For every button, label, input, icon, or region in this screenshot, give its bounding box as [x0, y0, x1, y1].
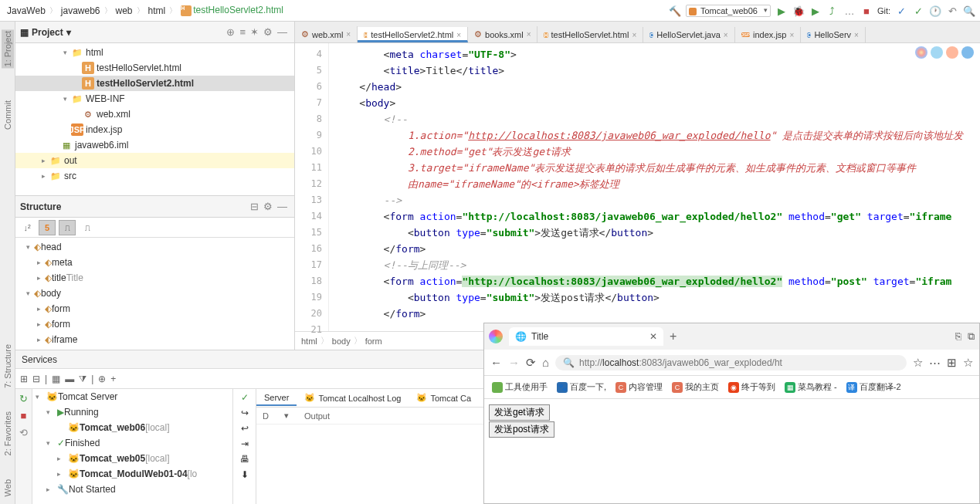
git-commit-icon[interactable]: ✓: [912, 5, 924, 17]
svc-expand-icon[interactable]: ⊞: [20, 374, 28, 384]
code-editor[interactable]: <meta charset="UTF-8"> <title>Title</tit…: [329, 43, 980, 331]
svc-filter-icon[interactable]: ▬: [65, 374, 74, 384]
hammer-icon[interactable]: 🔨: [669, 5, 681, 17]
apps-icon[interactable]: ⊞: [947, 356, 957, 370]
collapse-icon[interactable]: ✶: [248, 26, 261, 38]
svc-add-icon[interactable]: +: [110, 374, 116, 384]
bookmark-item[interactable]: 🐾百度一下,: [557, 381, 606, 393]
structure-tree[interactable]: ▾⬖ head▸⬖ meta▸⬖ title Title▾⬖ body▸⬖ fo…: [15, 238, 294, 350]
bookmark-item[interactable]: 工具使用手: [492, 381, 548, 393]
nav-back-icon[interactable]: ←: [490, 356, 502, 369]
editor-tab[interactable]: testHelloServlet2.html×: [358, 27, 468, 42]
select-opened-icon[interactable]: ⊕: [224, 26, 237, 38]
struct-gear-icon[interactable]: ⚙: [261, 201, 275, 212]
id-mode-icon[interactable]: ⎍: [79, 220, 96, 235]
svc-node[interactable]: ▸🐱 Tomcat_web05 [local]: [32, 451, 232, 466]
bc-4[interactable]: testHelloServlet2.html: [178, 5, 286, 16]
tab-structure[interactable]: 7: Structure: [3, 344, 12, 388]
editor-tab[interactable]: HelloServlet.java×: [643, 27, 734, 42]
editor-tab[interactable]: books.xml×: [468, 26, 537, 42]
tree-node[interactable]: ▾WEB-INF: [15, 91, 294, 107]
svc-more-icon[interactable]: ⊕: [98, 374, 106, 384]
tree-node[interactable]: ▸src: [15, 168, 294, 184]
services-tree[interactable]: ▾🐱 Tomcat Server▾▶ Running🐱 Tomcat_web06…: [32, 389, 233, 504]
struct-node[interactable]: ▸⬖ form: [15, 316, 294, 332]
hide-icon[interactable]: —: [275, 26, 290, 38]
editor-tabs[interactable]: web.xml×testHelloServlet2.html×books.xml…: [295, 22, 980, 43]
bookmark-item[interactable]: ▦菜鸟教程 -: [785, 381, 837, 393]
bc-1[interactable]: javaweb6: [59, 5, 103, 16]
svc-wrap-icon[interactable]: ⇥: [241, 438, 249, 449]
struct-node[interactable]: ▸⬖ meta: [15, 255, 294, 270]
coverage-icon[interactable]: ▶: [809, 5, 822, 17]
editor-tab[interactable]: index.jsp×: [735, 27, 802, 42]
attach-icon[interactable]: …: [843, 5, 856, 17]
run-icon[interactable]: ▶: [775, 5, 788, 17]
struct-node[interactable]: ▾⬖ body: [15, 286, 294, 301]
tab-commit[interactable]: Commit: [2, 99, 14, 131]
editor-tab[interactable]: HelloServ×: [801, 27, 866, 42]
tree-node[interactable]: testHelloServlet2.html: [15, 76, 294, 91]
svc-scroll-icon[interactable]: ⬇: [241, 469, 249, 480]
svc-node[interactable]: ▾🐱 Tomcat Server: [32, 389, 232, 404]
struct-node[interactable]: ▸⬖ title Title: [15, 270, 294, 286]
svc-step2-icon[interactable]: ↩: [241, 423, 249, 434]
svc-step-icon[interactable]: ↪: [241, 408, 249, 418]
git-revert-icon[interactable]: ↶: [946, 5, 958, 17]
search-icon[interactable]: 🔍: [963, 5, 975, 17]
struct-node[interactable]: ▸⬖ form: [15, 301, 294, 316]
struct-hide-icon[interactable]: —: [275, 201, 290, 212]
edge-icon[interactable]: [961, 46, 974, 59]
svc-node[interactable]: ▾▶ Running: [32, 404, 232, 420]
editor-tab[interactable]: web.xml×: [295, 26, 358, 42]
editor-tab[interactable]: testHelloServlet.html×: [537, 27, 643, 42]
tree-node[interactable]: index.jsp: [15, 122, 294, 137]
fav-star-icon[interactable]: ☆: [963, 356, 973, 370]
nav-reload-icon[interactable]: ⟳: [526, 356, 536, 370]
address-bar[interactable]: 🔍 http://localhost:8083/javaweb06_war_ex…: [555, 355, 907, 370]
bookmark-item[interactable]: 译百度翻译-2: [846, 381, 901, 393]
tab-project[interactable]: 1: Project: [2, 29, 14, 68]
svc-collapse-icon[interactable]: ⊟: [32, 374, 40, 384]
more-icon[interactable]: ⋯: [929, 356, 941, 370]
bc-3[interactable]: html: [146, 5, 168, 16]
git-update-icon[interactable]: ✓: [895, 5, 907, 17]
tree-node[interactable]: web.xml: [15, 107, 294, 122]
nav-forward-icon[interactable]: →: [508, 356, 520, 369]
tree-node[interactable]: javaweb6.iml: [15, 137, 294, 153]
svc-rerun-icon[interactable]: ↻: [18, 392, 30, 404]
svc-print-icon[interactable]: 🖶: [240, 454, 249, 465]
bc-2[interactable]: web: [114, 5, 135, 16]
open-in-browser-icons[interactable]: [915, 46, 974, 59]
stop-icon[interactable]: ■: [860, 5, 873, 17]
tree-node[interactable]: ▾html: [15, 45, 294, 60]
send-get-button[interactable]: 发送get请求: [489, 404, 550, 421]
svc-tab-catalina[interactable]: 🐱 Tomcat Ca: [409, 391, 479, 405]
svc-node[interactable]: 🐱 Tomcat_web06 [local]: [32, 420, 232, 435]
run-config-combo[interactable]: Tomcat_web06: [686, 5, 771, 17]
svc-node[interactable]: ▾✓ Finished: [32, 435, 232, 451]
send-post-button[interactable]: 发送post请求: [489, 421, 554, 438]
svc-grid-icon[interactable]: ▦: [52, 374, 60, 384]
tab-web[interactable]: Web: [3, 479, 12, 496]
bc-0[interactable]: JavaWeb: [5, 5, 48, 16]
svc-tab-server[interactable]: Server: [256, 391, 297, 406]
project-tree[interactable]: ▾htmltestHelloServlet.htmltestHelloServl…: [15, 43, 294, 195]
sort-icon[interactable]: ↓²: [19, 220, 36, 235]
svc-exit-icon[interactable]: ⟲: [18, 426, 30, 438]
firefox-icon[interactable]: [946, 46, 958, 59]
bookmark-item[interactable]: C我的主页: [672, 381, 719, 393]
svc-stop-icon[interactable]: ■: [18, 409, 30, 421]
git-history-icon[interactable]: 🕐: [929, 5, 941, 17]
tree-node[interactable]: testHelloServlet.html: [15, 60, 294, 76]
chrome-icon[interactable]: [915, 46, 927, 59]
tab-favorites[interactable]: 2: Favorites: [3, 411, 12, 455]
svc-tab-log[interactable]: 🐱 Tomcat Localhost Log: [297, 391, 409, 405]
struct-node[interactable]: ▾⬖ head: [15, 239, 294, 255]
new-tab-icon[interactable]: +: [670, 330, 677, 343]
bookmark-star-icon[interactable]: ☆: [913, 356, 923, 370]
svc-node[interactable]: ▸🔧 Not Started: [32, 482, 232, 497]
expand-all-icon[interactable]: ≡: [237, 26, 248, 38]
profile-icon[interactable]: ⤴: [826, 5, 839, 17]
bookmarks-bar[interactable]: 工具使用手🐾百度一下,C内容管理C我的主页◉终于等到▦菜鸟教程 -译百度翻译-2: [484, 376, 979, 399]
